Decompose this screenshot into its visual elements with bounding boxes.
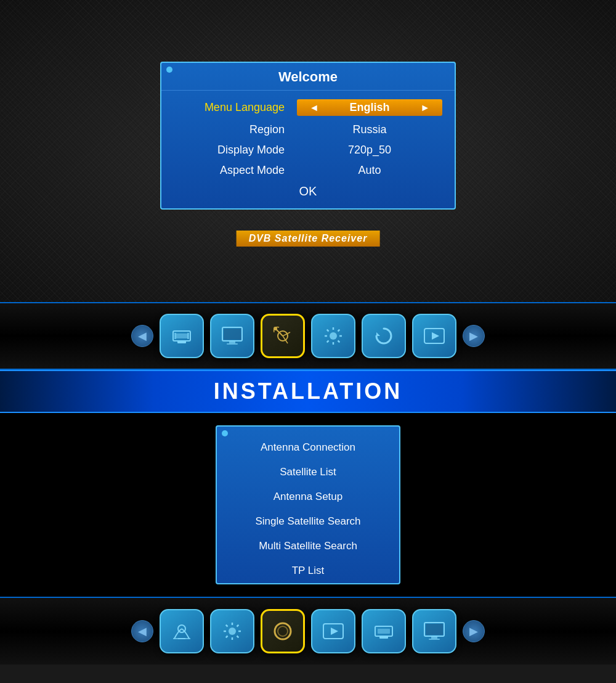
dvb-label: DVB Satellite Receiver [237, 231, 380, 247]
bottom-satellite-btn[interactable] [160, 609, 204, 653]
svg-rect-24 [378, 629, 390, 634]
settings-icon [321, 324, 346, 348]
svg-marker-12 [376, 332, 380, 336]
bottom-circle-icon [270, 619, 295, 644]
svg-rect-6 [224, 329, 241, 340]
ok-row[interactable]: OK [161, 181, 455, 198]
bottom-settings-icon [220, 619, 245, 644]
display-mode-value: 720p_50 [297, 144, 442, 157]
top-section: S M® Welcome Menu Language ◄ English ► R… [0, 0, 616, 302]
bottom-monitor-icon [422, 619, 447, 644]
dialog-body: Menu Language ◄ English ► Region Russia … [161, 91, 455, 208]
svg-rect-4 [187, 333, 189, 339]
display-mode-row: Display Mode 720p_50 [161, 140, 455, 160]
svg-rect-25 [379, 636, 388, 639]
bottom-nav-right[interactable]: ▶ [463, 620, 485, 642]
display-mode-label: Display Mode [174, 144, 297, 157]
hdmi-icon-btn[interactable] [160, 314, 204, 358]
menu-dot [222, 430, 228, 436]
svg-rect-3 [174, 333, 176, 339]
top-icon-bar: ◀ [0, 302, 616, 370]
svg-rect-29 [429, 639, 440, 640]
svg-point-18 [229, 628, 236, 635]
bottom-play-icon [321, 619, 346, 644]
svg-rect-1 [176, 333, 188, 338]
bottom-circle-btn[interactable] [261, 609, 305, 653]
dialog-title: Welcome [161, 63, 455, 91]
bottom-icon-bar: ◀ [0, 597, 616, 665]
right-arrow-icon[interactable]: ► [420, 102, 430, 113]
refresh-icon [371, 324, 396, 348]
monitor-icon-btn[interactable] [210, 314, 254, 358]
svg-point-20 [278, 626, 288, 636]
welcome-dialog: Welcome Menu Language ◄ English ► Region… [160, 62, 456, 210]
svg-rect-2 [177, 341, 186, 343]
play-icon-btn[interactable] [412, 314, 456, 358]
menu-language-row: Menu Language ◄ English ► [161, 96, 455, 120]
svg-point-19 [275, 623, 291, 639]
language-value: English [349, 101, 389, 114]
menu-language-label: Menu Language [174, 101, 297, 114]
svg-rect-7 [229, 341, 235, 343]
svg-rect-28 [431, 636, 437, 639]
bottom-settings-btn[interactable] [210, 609, 254, 653]
menu-items-container: Antenna Connection Satellite List Antenn… [217, 427, 399, 583]
tp-list-item[interactable]: TP List [217, 558, 399, 583]
single-satellite-search-item[interactable]: Single Satellite Search [217, 509, 399, 534]
bottom-satellite-icon [169, 619, 194, 644]
play-icon [422, 324, 447, 348]
installation-title: INSTALLATION [214, 378, 403, 404]
aspect-mode-label: Aspect Mode [174, 164, 297, 177]
satellite-icon-btn[interactable] [261, 314, 305, 358]
antenna-connection-item[interactable]: Antenna Connection [217, 435, 399, 460]
hdmi-icon [169, 324, 194, 348]
installation-header: INSTALLATION [0, 370, 616, 413]
svg-rect-8 [227, 343, 238, 345]
settings-icon-btn[interactable] [311, 314, 355, 358]
region-value: Russia [297, 123, 442, 136]
aspect-mode-row: Aspect Mode Auto [161, 160, 455, 181]
menu-language-value[interactable]: ◄ English ► [297, 99, 442, 116]
nav-left-arrow[interactable]: ◀ [131, 325, 153, 347]
left-arrow-icon[interactable]: ◄ [309, 102, 319, 113]
bottom-play-btn[interactable] [311, 609, 355, 653]
installation-section: INSTALLATION Antenna Connection Satellit… [0, 370, 616, 597]
antenna-setup-item[interactable]: Antenna Setup [217, 485, 399, 509]
aspect-mode-value: Auto [297, 164, 442, 177]
ok-label[interactable]: OK [299, 184, 317, 198]
installation-body: Antenna Connection Satellite List Antenn… [0, 413, 616, 597]
refresh-icon-btn[interactable] [362, 314, 406, 358]
satellite-list-item[interactable]: Satellite List [217, 460, 399, 485]
language-selector[interactable]: ◄ English ► [297, 99, 442, 116]
region-row: Region Russia [161, 120, 455, 140]
bottom-hdmi-icon [371, 619, 396, 644]
bottom-nav-left[interactable]: ◀ [131, 620, 153, 642]
svg-rect-27 [426, 624, 443, 635]
svg-marker-22 [331, 628, 338, 635]
installation-menu: Antenna Connection Satellite List Antenn… [216, 425, 400, 584]
bottom-monitor-btn[interactable] [412, 609, 456, 653]
svg-marker-14 [432, 332, 439, 340]
svg-point-11 [330, 332, 337, 340]
monitor-icon [220, 324, 245, 348]
bottom-hdmi-btn[interactable] [362, 609, 406, 653]
region-label: Region [174, 123, 297, 136]
satellite-icon [270, 324, 295, 348]
multi-satellite-search-item[interactable]: Multi Satellite Search [217, 534, 399, 558]
dialog-dot [166, 67, 172, 73]
nav-right-arrow[interactable]: ▶ [463, 325, 485, 347]
